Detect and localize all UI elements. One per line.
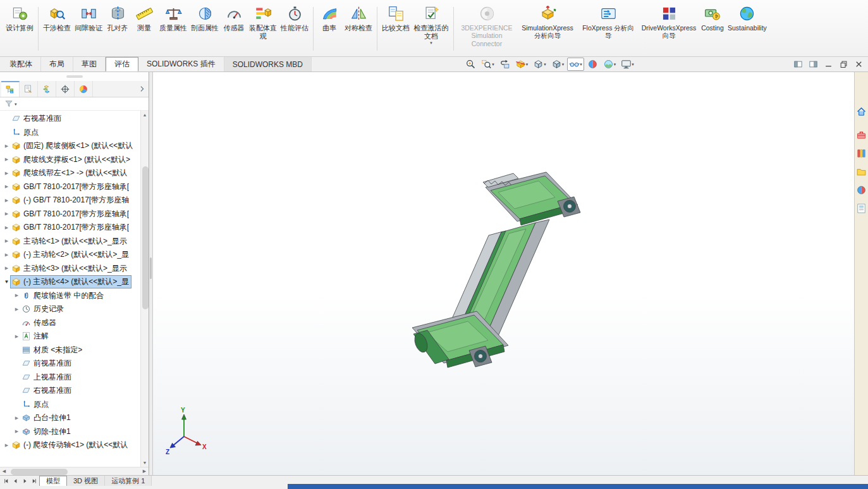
splitter-handle[interactable] bbox=[150, 257, 152, 279]
tree-item-content[interactable]: (固定) 爬坡侧板<1> (默认<<默认 bbox=[11, 140, 135, 152]
tree-item[interactable]: 右视基准面 bbox=[0, 384, 139, 398]
ribbon-button-sensor[interactable]: 传感器 bbox=[221, 2, 247, 56]
ribbon-button-driveworksxpress[interactable]: DriveWorksXpress 向导 bbox=[639, 2, 699, 56]
ribbon-button-check-active-document[interactable]: 检查激活的文档▾ bbox=[412, 2, 451, 56]
panel-tabs-overflow[interactable] bbox=[135, 81, 149, 97]
expand-arrow-icon[interactable]: ▶ bbox=[13, 334, 21, 339]
tree-item[interactable]: 材质 <未指定> bbox=[0, 344, 139, 357]
tree-item-content[interactable]: 传感器 bbox=[21, 317, 58, 329]
ribbon-button-clearance-verification[interactable]: 间隙验证 bbox=[73, 2, 104, 56]
tree-item-content[interactable]: (-) 主动轮<2> (默认<<默认>_显 bbox=[11, 249, 131, 261]
expand-arrow-icon[interactable]: ▶ bbox=[3, 211, 11, 216]
tree-item[interactable]: ▶凸台-拉伸1 bbox=[0, 411, 139, 425]
tree-item-content[interactable]: 右视基准面 bbox=[11, 113, 63, 125]
ribbon-button-costing[interactable]: Costing bbox=[699, 2, 726, 56]
expand-arrow-icon[interactable]: ▶ bbox=[3, 144, 11, 149]
tree-item-content[interactable]: (-) 主动轮<4> (默认<<默认>_显 bbox=[11, 276, 131, 288]
go-prev-button[interactable] bbox=[11, 478, 20, 485]
dimxpertmanager-tab[interactable] bbox=[56, 81, 75, 97]
tab-model[interactable]: 模型 bbox=[39, 476, 67, 486]
ribbon-button-floxpress[interactable]: FloXpress 分析向导 bbox=[578, 2, 639, 56]
hide-show-items-button[interactable]: ▾ bbox=[567, 58, 584, 71]
tree-item-content[interactable]: 爬坡输送带 中的配合 bbox=[21, 290, 106, 302]
tab-solidworks-addins[interactable]: SOLIDWORKS 插件 bbox=[138, 57, 224, 71]
vscroll-thumb[interactable] bbox=[142, 166, 149, 309]
tree-item[interactable]: ▶GB/T 7810-2017[带方形座轴承[ bbox=[0, 180, 139, 194]
tree-item[interactable]: ▶注解 bbox=[0, 330, 139, 344]
tree-item-content[interactable]: 原点 bbox=[11, 127, 40, 139]
tree-item[interactable]: ▶GB/T 7810-2017[带方形座轴承[ bbox=[0, 207, 139, 221]
expand-arrow-icon[interactable]: ▶ bbox=[3, 238, 11, 244]
tree-item[interactable]: ▶(-) 爬坡传动轴<1> (默认<<默认 bbox=[0, 438, 139, 452]
appearances-button[interactable] bbox=[855, 183, 868, 196]
tree-item[interactable]: 右视基准面 bbox=[0, 112, 139, 126]
ribbon-button-interference-detection[interactable]: 干涉检查 bbox=[41, 2, 73, 56]
tree-item[interactable]: 原点 bbox=[0, 126, 139, 140]
tree-item-content[interactable]: 凸台-拉伸1 bbox=[21, 412, 73, 424]
tree-item-content[interactable]: GB/T 7810-2017[带方形座轴承[ bbox=[11, 208, 131, 220]
tab-layout[interactable]: 布局 bbox=[41, 57, 73, 71]
expand-arrow-icon[interactable]: ▶ bbox=[13, 429, 21, 434]
expand-arrow-icon[interactable]: ▶ bbox=[13, 416, 21, 421]
expand-arrow-icon[interactable]: ▶ bbox=[3, 171, 11, 176]
tree-item[interactable]: ▶(-) 主动轮<2> (默认<<默认>_显 bbox=[0, 248, 139, 262]
panel-grip-handle[interactable] bbox=[66, 75, 83, 78]
expand-arrow-icon[interactable]: ▶ bbox=[13, 293, 21, 298]
tree-item[interactable]: ▶历史记录 bbox=[0, 302, 139, 316]
ribbon-button-measure[interactable]: 测量 bbox=[131, 2, 157, 56]
dock-right-button[interactable] bbox=[808, 59, 819, 70]
zoom-fit-button[interactable] bbox=[463, 58, 478, 71]
minimize-button[interactable] bbox=[823, 59, 834, 70]
go-start-button[interactable] bbox=[1, 478, 11, 485]
expand-arrow-icon[interactable]: ▶ bbox=[3, 225, 11, 230]
tree-item-content[interactable]: 爬坡线帮左<1> -> (默认<<默认 bbox=[11, 167, 129, 179]
expand-arrow-icon[interactable]: ▶ bbox=[3, 198, 11, 203]
tree-item[interactable]: ▶爬坡线帮左<1> -> (默认<<默认 bbox=[0, 166, 139, 180]
tree-item[interactable]: ▶(固定) 爬坡侧板<1> (默认<<默认 bbox=[0, 139, 139, 153]
home-button[interactable] bbox=[855, 105, 868, 118]
ribbon-button-performance-evaluation[interactable]: 性能评估 bbox=[279, 2, 310, 56]
hscroll-track[interactable] bbox=[8, 467, 140, 475]
tree-item-content[interactable]: 注解 bbox=[21, 330, 51, 342]
ribbon-button-curvature[interactable]: 曲率 bbox=[316, 2, 343, 56]
scroll-right-icon[interactable]: ▶ bbox=[140, 467, 149, 476]
ribbon-button-symmetry-check[interactable]: 对称检查 bbox=[343, 2, 374, 56]
tab-assembly[interactable]: 装配体 bbox=[1, 57, 41, 71]
expand-arrow-icon[interactable]: ▶ bbox=[3, 443, 11, 448]
expand-arrow-icon[interactable]: ▶ bbox=[13, 307, 21, 312]
tree-item[interactable]: ▶(-) GB/T 7810-2017[带方形座轴 bbox=[0, 194, 139, 207]
restore-button[interactable] bbox=[838, 59, 849, 70]
tree-item[interactable]: ▶主动轮<3> (默认<<默认>_显示 bbox=[0, 262, 139, 276]
ribbon-button-section-properties[interactable]: 剖面属性 bbox=[189, 2, 221, 56]
tab-3d-views[interactable]: 3D 视图 bbox=[67, 476, 105, 486]
section-view-button[interactable]: ▾ bbox=[513, 58, 530, 71]
graphics-viewport[interactable]: Y X Z bbox=[153, 72, 854, 475]
go-next-button[interactable] bbox=[20, 478, 30, 485]
tree-item-content[interactable]: 历史记录 bbox=[21, 303, 66, 315]
edit-appearance-button[interactable] bbox=[585, 58, 600, 71]
go-end-button[interactable] bbox=[30, 478, 39, 485]
expand-arrow-icon[interactable]: ▶ bbox=[3, 184, 11, 189]
tree-item[interactable]: ▶GB/T 7810-2017[带方形座轴承[ bbox=[0, 221, 139, 235]
ribbon-button-compare-documents[interactable]: 比较文档 bbox=[380, 2, 412, 56]
tree-item-content[interactable]: GB/T 7810-2017[带方形座轴承[ bbox=[11, 181, 131, 193]
tab-evaluate[interactable]: 评估 bbox=[106, 57, 138, 71]
file-explorer-button[interactable] bbox=[855, 165, 868, 178]
tree-item-content[interactable]: (-) 爬坡传动轴<1> (默认<<默认 bbox=[11, 439, 130, 451]
ribbon-button-simulationxpress[interactable]: SimulationXpress 分析向导 bbox=[517, 2, 578, 56]
tree-item-content[interactable]: 爬坡线支撑板<1> (默认<<默认> bbox=[11, 154, 132, 166]
tree-item-content[interactable]: 切除-拉伸1 bbox=[21, 426, 73, 438]
scroll-down-icon[interactable]: ▼ bbox=[141, 459, 149, 467]
tree-item-content[interactable]: 主动轮<1> (默认<<默认>_显示 bbox=[11, 235, 129, 247]
apply-scene-button[interactable]: ▾ bbox=[601, 58, 618, 71]
tab-solidworks-mbd[interactable]: SOLIDWORKS MBD bbox=[224, 57, 312, 71]
close-button[interactable] bbox=[853, 59, 864, 70]
tree-horizontal-scrollbar[interactable]: ◀ ▶ bbox=[0, 467, 149, 475]
configurationmanager-tab[interactable] bbox=[38, 81, 56, 97]
previous-view-button[interactable] bbox=[498, 58, 512, 71]
tree-vertical-scrollbar[interactable]: ▲ ▼ bbox=[140, 111, 149, 467]
featuremanager-tab[interactable] bbox=[1, 81, 20, 97]
ribbon-button-mass-properties[interactable]: 质量属性 bbox=[157, 2, 189, 56]
tree-item-content[interactable]: 材质 <未指定> bbox=[21, 344, 84, 356]
ribbon-button-assembly-visualization[interactable]: 装配体直观 bbox=[247, 2, 279, 56]
